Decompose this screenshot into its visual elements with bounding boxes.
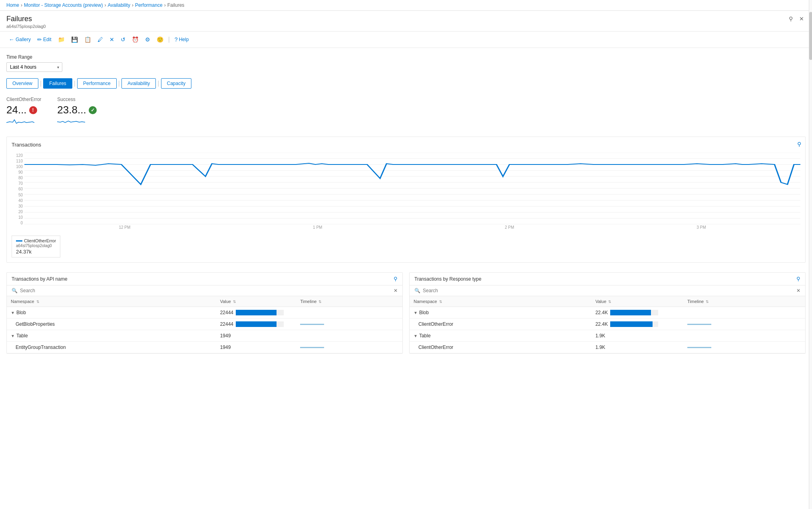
folder-button[interactable]: 📁 <box>56 35 67 44</box>
table-cell-timeline <box>683 330 805 342</box>
bar-cell: 22444 <box>220 310 293 315</box>
tab-overview[interactable]: Overview <box>6 78 38 89</box>
table-row[interactable]: ClientOtherError 1.9K <box>410 342 805 353</box>
clock-button[interactable]: ⏰ <box>129 35 141 44</box>
refresh-button[interactable]: ↺ <box>118 35 128 44</box>
time-range-section: Time Range Last 30 minutes Last 1 hour L… <box>6 54 806 72</box>
time-range-select[interactable]: Last 30 minutes Last 1 hour Last 4 hours… <box>6 62 62 72</box>
col-namespace-response[interactable]: Namespace ⇅ <box>410 296 591 307</box>
table-response-title: Transactions by Response type <box>414 276 482 282</box>
legend-subtitle: a64sl75pIosp2olag0 <box>16 244 56 248</box>
legend-label: ClientOtherError <box>24 238 56 243</box>
chart-legend: ClientOtherError a64sl75pIosp2olag0 24.3… <box>12 236 60 257</box>
y-label-120: 120 <box>12 153 23 158</box>
sort-icon-value: ⇅ <box>233 300 236 304</box>
table-response-columns: Namespace ⇅ Value ⇅ Timeline ⇅ <box>410 296 805 307</box>
tab-failures[interactable]: Failures <box>43 78 72 89</box>
close-button[interactable]: ✕ <box>798 15 806 23</box>
table-api-columns: Namespace ⇅ Value ⇅ Timeline ⇅ <box>7 296 402 307</box>
col-value-response[interactable]: Value ⇅ <box>591 296 683 307</box>
breadcrumb-home[interactable]: Home <box>6 2 19 8</box>
breadcrumb-monitor[interactable]: Monitor - Storage Accounts (preview) <box>24 2 103 8</box>
col-timeline-response[interactable]: Timeline ⇅ <box>683 296 805 307</box>
col-value-api[interactable]: Value ⇅ <box>216 296 297 307</box>
y-label-10: 10 <box>12 215 23 220</box>
table-row[interactable]: ClientOtherError 22.4K <box>410 319 805 330</box>
table-row[interactable]: ▼Table 1949 <box>7 330 402 342</box>
table-api-name: Transactions by API name ⚲ 🔍 ✕ Namespace… <box>6 272 403 354</box>
discard-button[interactable]: ✕ <box>107 35 117 44</box>
table-row[interactable]: ▼Blob 22444 <box>7 307 402 319</box>
sort-icon-timeline: ⇅ <box>318 300 322 304</box>
timeline-line <box>300 347 324 348</box>
save-as-icon: 📋 <box>84 36 91 43</box>
tab-availability[interactable]: Availability <box>121 78 156 89</box>
bar-bg <box>610 321 658 327</box>
metric-success: Success 23.8... ✓ <box>57 97 96 127</box>
x-label-3pm: 3 PM <box>697 225 706 230</box>
window-header: Failures a64sl75pIosp2olag0 ⚲ ✕ <box>0 11 812 32</box>
share-button[interactable]: ⚙ <box>143 35 153 44</box>
col-timeline-api[interactable]: Timeline ⇅ <box>296 296 402 307</box>
metric-value-1: 23.8... <box>57 104 86 116</box>
table-response-search-row: 🔍 ✕ <box>410 285 805 296</box>
scrollbar-thumb[interactable] <box>809 12 812 60</box>
table-api-pin[interactable]: ⚲ <box>394 276 398 282</box>
table-api-header: Transactions by API name ⚲ <box>7 273 402 285</box>
help-button[interactable]: ? Help <box>172 35 191 44</box>
table-api-data: Namespace ⇅ Value ⇅ Timeline ⇅ ▼Blob 224… <box>7 296 402 353</box>
share-icon: ⚙ <box>145 36 150 43</box>
question-icon: ? <box>175 36 178 43</box>
x-label-2pm: 2 PM <box>505 225 514 230</box>
x-label-12pm: 12 PM <box>119 225 130 230</box>
metrics-row: ClientOtherError 24... ! Success 23.8...… <box>6 97 806 127</box>
table-row[interactable]: EntityGroupTransaction 1949 <box>7 342 402 353</box>
gallery-icon: ← <box>9 36 14 43</box>
bar-bg <box>236 310 284 315</box>
expand-icon: ▼ <box>414 334 418 338</box>
table-cell-value: 22.4K <box>591 319 683 330</box>
pencil-button[interactable]: 🖊 <box>95 35 105 44</box>
y-label-60: 60 <box>12 187 23 191</box>
bar-bg <box>610 310 658 315</box>
table-row[interactable]: ▼Table 1.9K <box>410 330 805 342</box>
metric-value-row-0: 24... ! <box>6 104 41 116</box>
table-response-search-clear[interactable]: ✕ <box>796 288 800 293</box>
timeline-line <box>687 324 711 325</box>
sort-icon-namespace-r: ⇅ <box>439 300 442 304</box>
table-row[interactable]: GetBlobProperties 22444 <box>7 319 402 330</box>
bar-cell: 22.4K <box>595 310 679 315</box>
tab-capacity[interactable]: Capacity <box>161 78 192 89</box>
table-response-pin[interactable]: ⚲ <box>796 276 800 282</box>
table-row[interactable]: ▼Blob 22.4K <box>410 307 805 319</box>
metric-sparkline-1 <box>57 118 96 127</box>
table-response-search-input[interactable] <box>423 288 794 293</box>
emoji-button[interactable]: 🙂 <box>154 35 166 44</box>
pin-button[interactable]: ⚲ <box>787 15 794 23</box>
gallery-button[interactable]: ← Gallery <box>6 35 33 44</box>
y-label-70: 70 <box>12 181 23 186</box>
expand-icon: ▼ <box>11 311 15 315</box>
transactions-chart-pin[interactable]: ⚲ <box>797 141 801 147</box>
breadcrumb-availability[interactable]: Availability <box>107 2 130 8</box>
expand-icon: ▼ <box>414 311 418 315</box>
bar-value: 22444 <box>220 310 233 315</box>
table-api-search-input[interactable] <box>20 288 391 293</box>
table-api-search-clear[interactable]: ✕ <box>394 288 398 293</box>
tab-performance[interactable]: Performance <box>77 78 117 89</box>
edit-button[interactable]: ✏ Edit <box>35 35 54 44</box>
table-cell-value: 1.9K <box>591 342 683 353</box>
breadcrumb-performance[interactable]: Performance <box>135 2 163 8</box>
table-cell-timeline <box>683 307 805 319</box>
sort-icon-timeline-r: ⇅ <box>706 300 709 304</box>
bar-cell: 22.4K <box>595 321 679 327</box>
save-as-button[interactable]: 📋 <box>82 35 94 44</box>
transactions-chart-title: Transactions <box>12 142 41 148</box>
folder-icon: 📁 <box>58 36 65 43</box>
y-label-0: 0 <box>12 221 23 225</box>
time-range-label: Time Range <box>6 54 806 60</box>
breadcrumb-current: Failures <box>167 2 185 8</box>
col-namespace-api[interactable]: Namespace ⇅ <box>7 296 216 307</box>
save-button[interactable]: 💾 <box>69 35 80 44</box>
tab-sep-1: | <box>40 80 42 87</box>
